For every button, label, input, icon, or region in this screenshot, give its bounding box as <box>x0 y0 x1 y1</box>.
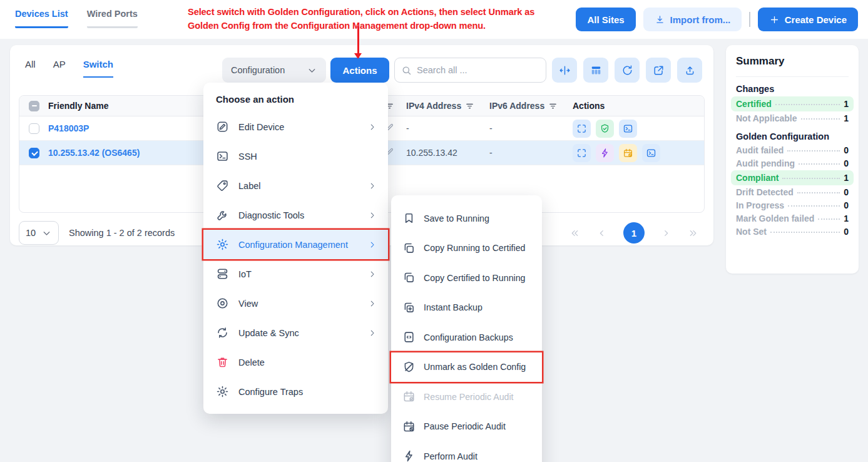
row-checkbox[interactable] <box>29 148 39 158</box>
next-page-button[interactable] <box>661 228 671 239</box>
column-resize-button[interactable] <box>552 58 577 83</box>
tag-icon <box>216 179 229 192</box>
action-menu-item-delete[interactable]: Delete <box>203 347 388 377</box>
action-menu-item-iot[interactable]: IoT <box>203 259 388 289</box>
page: Devices List Wired Ports Select switch w… <box>0 0 868 462</box>
device-name-link[interactable]: P418003P <box>48 123 89 133</box>
action-menu-item-edit-device[interactable]: Edit Device <box>203 112 388 141</box>
row-checkbox[interactable] <box>29 123 39 134</box>
summary-panel: Summary Changes Certified 1 Not Applicab… <box>726 45 859 274</box>
file-code-icon <box>402 331 416 344</box>
filter-icon[interactable] <box>465 101 474 111</box>
copy-icon <box>402 271 416 284</box>
ipv6-cell: - <box>489 148 573 158</box>
download-icon <box>655 14 665 25</box>
select-all-checkbox[interactable] <box>29 101 39 111</box>
summary-section-header: Changes <box>736 84 849 94</box>
column-actions: Actions <box>573 101 704 111</box>
create-device-button[interactable]: Create Device <box>758 8 858 31</box>
perform-audit-icon[interactable] <box>596 144 614 162</box>
create-device-label: Create Device <box>785 14 847 25</box>
import-from-button[interactable]: Import from... <box>643 8 742 31</box>
action-menu-title: Choose an action <box>203 94 388 105</box>
plus-icon <box>769 14 780 25</box>
search-input[interactable] <box>417 65 539 75</box>
tab-switch[interactable]: Switch <box>83 59 113 78</box>
chevron-down-icon <box>41 228 52 239</box>
terminal-icon[interactable] <box>619 120 637 138</box>
submenu-item-save-to-running[interactable]: Save to Running <box>391 203 542 234</box>
periodic-audit-paused-icon[interactable] <box>619 144 637 162</box>
compliant-shield-icon[interactable] <box>596 120 614 138</box>
trash-icon <box>216 356 229 369</box>
action-menu-items: Edit Device SSH Label Diagnostic Tools C… <box>203 112 388 406</box>
summary-row-not-set: Not Set 0 <box>731 225 854 238</box>
device-name-link[interactable]: 10.255.13.42 (OS6465) <box>48 148 140 158</box>
remote-view-icon[interactable] <box>573 120 591 138</box>
submenu-item-perform-audit[interactable]: Perform Audit <box>391 441 542 462</box>
action-menu-item-label[interactable]: Label <box>203 171 388 200</box>
dotted-leader <box>787 150 840 151</box>
chevron-right-icon <box>368 211 377 220</box>
all-sites-button[interactable]: All Sites <box>576 8 635 31</box>
summary-row-in-progress: In Progress 0 <box>731 199 854 212</box>
annotation-line-1: Select switch with Golden Configuration,… <box>188 5 595 19</box>
remote-view-icon[interactable] <box>573 144 591 162</box>
submenu-item-copy-running-to-certified[interactable]: Copy Running to Certified <box>391 234 542 264</box>
topbar: Devices List Wired Ports Select switch w… <box>0 0 868 39</box>
action-menu-item-configure-traps[interactable]: Configure Traps <box>203 377 388 406</box>
column-ipv6[interactable]: IPv6 Address <box>489 101 573 111</box>
columns-button[interactable] <box>583 58 608 83</box>
submenu-item-configuration-backups[interactable]: Configuration Backups <box>391 322 542 352</box>
chevron-right-icon <box>368 182 377 190</box>
submenu-item-instant-backup[interactable]: Instant Backup <box>391 293 542 323</box>
summary-title: Summary <box>736 55 849 77</box>
prev-page-button[interactable] <box>596 228 607 239</box>
summary-row-compliant: Compliant 1 <box>731 170 854 185</box>
action-menu-item-configuration-management[interactable]: Configuration Management <box>203 230 388 259</box>
action-menu-item-update-sync[interactable]: Update & Sync <box>203 318 388 347</box>
dotted-leader <box>799 163 840 165</box>
refresh-button[interactable] <box>615 58 640 83</box>
dotted-leader <box>782 178 840 179</box>
open-external-button[interactable] <box>646 58 671 83</box>
action-menu-item-ssh[interactable]: SSH <box>203 141 388 171</box>
current-page-button[interactable]: 1 <box>623 222 645 244</box>
action-menu-item-view[interactable]: View <box>203 289 388 318</box>
gear-icon <box>216 238 229 251</box>
columns-icon <box>590 64 602 76</box>
export-icon <box>684 64 696 76</box>
edit-icon <box>216 120 229 133</box>
last-page-button[interactable] <box>688 228 698 239</box>
summary-row-mark-golden-failed: Mark Golden failed 1 <box>731 212 854 225</box>
annotation-text: Select switch with Golden Configuration,… <box>188 5 595 33</box>
summary-row-audit-failed: Audit failed 0 <box>731 144 854 157</box>
table-toolbar-icons <box>552 58 702 83</box>
page-size-select[interactable]: 10 <box>19 221 59 245</box>
submenu-item-pause-periodic-audit[interactable]: Pause Periodic Audit <box>391 412 542 442</box>
submenu-item-unmark-as-golden-config[interactable]: Unmark as Golden Config <box>391 352 542 382</box>
filter-icon[interactable] <box>548 101 558 111</box>
terminal-icon[interactable] <box>642 144 660 162</box>
configuration-management-submenu: Save to Running Copy Running to Certifie… <box>391 195 542 462</box>
annotation-line-2: Golden Config from the Configuration Man… <box>188 19 595 33</box>
export-button[interactable] <box>677 58 702 83</box>
first-page-button[interactable] <box>569 228 580 239</box>
bolt-icon <box>402 449 416 462</box>
tab-ap[interactable]: AP <box>53 59 66 78</box>
summary-section-header: Golden Configuration <box>736 131 849 141</box>
summary-row-not-applicable: Not Applicable 1 <box>731 112 854 125</box>
terminal-icon <box>216 150 229 163</box>
action-menu-item-diagnostic-tools[interactable]: Diagnostic Tools <box>203 200 388 230</box>
records-count-text: Showing 1 - 2 of 2 records <box>69 228 175 238</box>
column-ipv4[interactable]: IPv4 Address <box>406 101 489 111</box>
iot-icon <box>216 267 229 280</box>
configuration-dropdown[interactable]: Configuration <box>222 58 326 83</box>
submenu-item-copy-certified-to-running[interactable]: Copy Certified to Running <box>391 263 542 293</box>
pagination: 1 <box>569 222 698 244</box>
tab-devices-list[interactable]: Devices List <box>15 9 68 28</box>
summary-body: Changes Certified 1 Not Applicable 1 Gol… <box>736 84 849 238</box>
tab-all[interactable]: All <box>25 59 36 78</box>
tab-wired-ports[interactable]: Wired Ports <box>87 9 138 28</box>
dotted-leader <box>801 118 840 120</box>
